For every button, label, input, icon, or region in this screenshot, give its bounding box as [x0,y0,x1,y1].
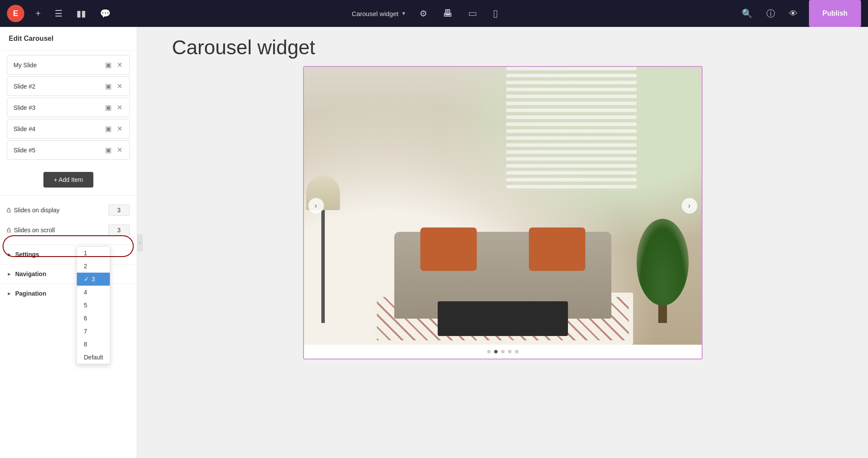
slide-actions: ▣ ✕ [104,60,123,70]
slide-label: Slide #2 [13,83,104,90]
navigation-arrow-icon: ► [7,271,12,277]
slide-actions: ▣ ✕ [104,145,123,155]
sofa-cushion-right [529,227,585,271]
slide-label: Slide #5 [13,147,104,154]
slides-on-display-label: Slides on display [14,207,59,214]
panel-collapse-handle[interactable]: ‹ [137,234,143,251]
dropdown-option[interactable]: 1 [77,247,110,260]
dropdown-option[interactable]: 7 [77,325,110,338]
accordion-settings[interactable]: ► Settings [0,244,137,264]
topbar-left: E + ☰ ▮▮ 💬 [7,5,113,22]
dropdown-option[interactable]: 5 [77,299,110,312]
carousel-widget: ‹ › [303,66,703,359]
scroll-dropdown[interactable]: 12✓ 345678Default [76,246,110,364]
carousel-next-button[interactable]: › [682,198,697,214]
carousel-dot[interactable] [494,350,498,353]
floor-lamp [321,210,325,323]
left-panel: Edit Carousel My Slide ▣ ✕ Slide #2 ▣ ✕ … [0,27,137,458]
carousel-dot[interactable] [487,350,491,353]
slide-item[interactable]: My Slide ▣ ✕ [7,55,130,75]
coffee-table [438,301,568,336]
carousel-image-area: ‹ › [304,67,702,345]
settings-arrow-icon: ► [7,252,12,257]
slide-item[interactable]: Slide #4 ▣ ✕ [7,119,130,138]
window-light [506,67,637,188]
delete-slide-button[interactable]: ✕ [116,124,123,134]
slides-on-scroll-row: ⎙ Slides on scroll 3 12✓ 345678Default [7,220,130,240]
slides-on-scroll-value[interactable]: 3 [108,224,130,236]
site-name-button[interactable]: Carousel widget ▼ [352,10,406,17]
duplicate-slide-button[interactable]: ▣ [104,145,112,155]
dropdown-option[interactable]: 4 [77,286,110,299]
slide-label: My Slide [13,62,104,69]
accordion-pagination[interactable]: ► Pagination [0,283,137,303]
sofa-cushion-left [420,227,477,271]
main-area: Edit Carousel My Slide ▣ ✕ Slide #2 ▣ ✕ … [0,27,868,458]
slides-on-scroll-label-group: ⎙ Slides on scroll [7,227,55,234]
pagination-accordion-label: Pagination [15,290,46,297]
topbar: E + ☰ ▮▮ 💬 Carousel widget ▼ ⚙ 🖶 ▭ ▯ 🔍 ⓘ… [0,0,868,27]
add-element-button[interactable]: + [33,6,43,21]
pagination-arrow-icon: ► [7,291,12,296]
carousel-prev-button[interactable]: ‹ [308,198,324,214]
delete-slide-button[interactable]: ✕ [116,60,123,70]
carousel-dot[interactable] [501,350,505,353]
layers-button[interactable]: ▮▮ [74,6,89,21]
duplicate-slide-button[interactable]: ▣ [104,102,112,112]
settings-section: ⎙ Slides on display 3 ⎙ Slides on scroll… [0,195,137,244]
slides-list: My Slide ▣ ✕ Slide #2 ▣ ✕ Slide #3 ▣ ✕ S… [0,51,137,164]
dropdown-option[interactable]: Default [77,351,110,364]
slide-label: Slide #3 [13,104,104,111]
slides-on-display-row: ⎙ Slides on display 3 [7,200,130,220]
plant [637,219,689,323]
slide-actions: ▣ ✕ [104,102,123,112]
slide-actions: ▣ ✕ [104,81,123,91]
dropdown-option[interactable]: 6 [77,312,110,325]
logo-button[interactable]: E [7,5,24,22]
topbar-right: 🔍 ⓘ 👁 Publish [739,0,861,27]
panel-title: Edit Carousel [0,27,137,51]
slides-on-display-label-group: ⎙ Slides on display [7,207,59,214]
topbar-center: Carousel widget ▼ ⚙ 🖶 ▭ ▯ [352,5,500,22]
page-title: Carousel widget [172,36,315,59]
slide-label: Slide #4 [13,125,104,132]
navigation-accordion-label: Navigation [15,270,46,277]
dropdown-option[interactable]: 8 [77,338,110,351]
settings-accordion-label: Settings [15,251,39,258]
publish-button[interactable]: Publish [809,0,861,27]
dropdown-option[interactable]: 2 [77,260,110,273]
slides-on-scroll-label: Slides on scroll [14,227,55,234]
delete-slide-button[interactable]: ✕ [116,102,123,112]
delete-slide-button[interactable]: ✕ [116,81,123,91]
duplicate-slide-button[interactable]: ▣ [104,60,112,70]
slide-item[interactable]: Slide #5 ▣ ✕ [7,140,130,160]
settings-panel-button[interactable]: ☰ [52,6,65,21]
mobile-device-button[interactable]: ▯ [490,5,501,22]
accordion-navigation[interactable]: ► Navigation [0,264,137,283]
desktop-device-button[interactable]: 🖶 [440,5,455,22]
search-button[interactable]: 🔍 [739,6,755,21]
checkmark-icon: ✓ [84,276,89,283]
chevron-down-icon: ▼ [401,10,406,16]
duplicate-slide-button[interactable]: ▣ [104,81,112,91]
slides-on-display-value[interactable]: 3 [108,204,130,216]
dropdown-option[interactable]: ✓ 3 [77,273,110,286]
monitor-icon-display: ⎙ [7,207,10,214]
slide-item[interactable]: Slide #3 ▣ ✕ [7,98,130,117]
help-button[interactable]: ⓘ [764,5,778,22]
delete-slide-button[interactable]: ✕ [116,145,123,155]
duplicate-slide-button[interactable]: ▣ [104,124,112,134]
canvas-area: Carousel widget ‹ › [137,27,868,458]
carousel-dots [304,345,702,359]
carousel-dot[interactable] [515,350,518,353]
site-name-label: Carousel widget [352,10,399,17]
slide-item[interactable]: Slide #2 ▣ ✕ [7,76,130,96]
slide-actions: ▣ ✕ [104,124,123,134]
site-settings-button[interactable]: ⚙ [417,6,430,21]
monitor-icon-scroll: ⎙ [7,227,10,234]
tablet-device-button[interactable]: ▭ [465,5,480,22]
comments-button[interactable]: 💬 [97,6,113,21]
preview-button[interactable]: 👁 [786,6,800,21]
add-item-button[interactable]: + Add Item [43,172,93,188]
carousel-dot[interactable] [508,350,512,353]
